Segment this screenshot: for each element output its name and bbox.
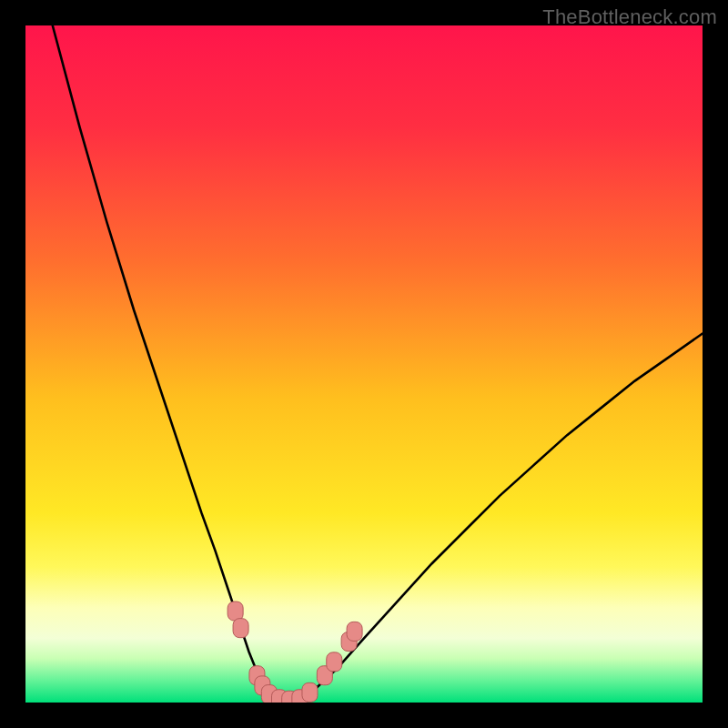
bottleneck-chart — [25, 25, 703, 703]
curve-marker — [228, 602, 243, 621]
curve-marker — [347, 622, 362, 641]
chart-frame — [25, 25, 703, 703]
chart-background — [25, 25, 703, 703]
curve-marker — [302, 682, 318, 702]
curve-marker — [327, 652, 342, 672]
curve-marker — [233, 619, 248, 638]
watermark-text: TheBottleneck.com — [542, 5, 717, 29]
